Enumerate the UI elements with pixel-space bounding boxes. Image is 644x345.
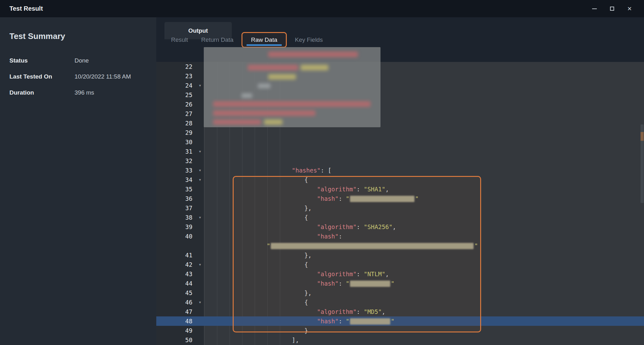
code-line[interactable] (204, 137, 644, 147)
editor-gutter: 222324▾25262728293031▾3233▾34▾35363738▾3… (156, 62, 204, 345)
line-number: 38 (185, 213, 192, 222)
gutter-row: 50 (156, 335, 204, 345)
code-line[interactable]: { (204, 213, 644, 222)
fold-arrow-icon[interactable]: ▾ (199, 260, 201, 269)
maximize-button[interactable] (606, 3, 618, 14)
field-label: Last Tested On (9, 73, 75, 80)
line-number: 47 (185, 307, 192, 316)
blurred-text (268, 74, 296, 79)
code-token: { (304, 214, 308, 221)
code-line[interactable] (204, 156, 644, 166)
code-line[interactable] (204, 147, 644, 156)
field-value: 396 ms (75, 89, 94, 96)
code-line[interactable]: }, (204, 288, 644, 298)
code-line[interactable]: ], (204, 335, 644, 345)
code-line[interactable] (204, 128, 644, 137)
fold-arrow-icon[interactable]: ▾ (199, 298, 201, 307)
code-line[interactable]: "hash": "" (204, 279, 644, 288)
active-tab-underline (247, 44, 281, 46)
gutter-row: 30 (156, 137, 204, 147)
line-number: 24 (185, 81, 192, 90)
gutter-row: 46▾ (156, 298, 204, 307)
code-line[interactable]: "hash": "" (204, 316, 644, 326)
code-token: "algorithm" (317, 271, 357, 277)
code-token: "algorithm" (317, 186, 357, 193)
gutter-row: 40 (156, 232, 204, 241)
code-token: : (339, 280, 346, 287)
close-icon: ✕ (627, 5, 632, 12)
code-token: "SHA1" (364, 186, 386, 193)
close-button[interactable]: ✕ (623, 3, 636, 14)
window-title: Test Result (9, 5, 43, 12)
code-line[interactable]: { (204, 260, 644, 269)
field-value: 10/20/2022 11:58 AM (75, 73, 131, 80)
gutter-row: 41 (156, 250, 204, 260)
line-number: 25 (185, 90, 192, 100)
subtab-raw-data[interactable]: Raw Data (242, 32, 286, 48)
test-summary-panel: Test Summary StatusDoneLast Tested On10/… (0, 17, 156, 345)
code-token: , (385, 271, 389, 277)
code-token: : (339, 233, 342, 240)
gutter-row: 44 (156, 279, 204, 288)
fold-arrow-icon[interactable]: ▾ (199, 213, 201, 222)
test-result-window: Test Result ✕ Test Summary StatusDoneLas… (0, 0, 644, 345)
code-token: "NTLM" (364, 271, 386, 277)
gutter-row: 49 (156, 326, 204, 335)
code-token: : (357, 186, 364, 193)
redacted-hash (350, 281, 390, 287)
code-line[interactable]: { (204, 298, 644, 307)
blurred-text (242, 93, 252, 98)
summary-field-row: StatusDone (9, 52, 153, 68)
code-token: "algorithm" (317, 308, 357, 315)
line-number: 34 (185, 175, 192, 184)
code-line[interactable]: { (204, 175, 644, 184)
summary-title: Test Summary (9, 31, 65, 41)
field-value: Done (75, 57, 89, 64)
code-line[interactable]: }, (204, 250, 644, 260)
scrollbar[interactable] (640, 124, 644, 345)
code-line[interactable]: "algorithm": "MD5", (204, 307, 644, 316)
code-line[interactable]: }, (204, 203, 644, 213)
subtab-bar: ResultReturn DataRaw DataKey Fields (164, 30, 329, 49)
line-number: 41 (185, 250, 192, 260)
code-token: "SHA256" (364, 223, 393, 230)
subtab-key-fields[interactable]: Key Fields (288, 36, 330, 43)
fold-arrow-icon[interactable]: ▾ (199, 147, 201, 156)
code-token: "hash" (317, 195, 339, 202)
line-number: 45 (185, 288, 192, 298)
field-label: Status (9, 57, 75, 64)
code-line[interactable]: "" (204, 241, 644, 250)
gutter-row: 42▾ (156, 260, 204, 269)
blurred-text (213, 110, 315, 116)
code-token: { (304, 176, 308, 183)
summary-field-row: Last Tested On10/20/2022 11:58 AM (9, 68, 153, 85)
minimize-icon (592, 8, 597, 9)
subtab-result[interactable]: Result (164, 36, 195, 43)
code-token: { (304, 299, 308, 306)
subtab-label: Raw Data (251, 36, 277, 43)
blurred-text (258, 84, 270, 88)
minimize-button[interactable] (588, 3, 601, 14)
code-line[interactable]: "hashes": [ (204, 166, 644, 175)
line-number: 35 (185, 184, 192, 194)
scrollbar-annotation-mark (641, 132, 644, 141)
code-token: " (415, 195, 419, 202)
code-line[interactable]: "hash": (204, 232, 644, 241)
code-line[interactable]: } (204, 326, 644, 335)
line-number: 44 (185, 279, 192, 288)
code-line[interactable]: "algorithm": "SHA256", (204, 222, 644, 232)
fold-arrow-icon[interactable]: ▾ (199, 166, 201, 175)
code-token: , (385, 186, 389, 193)
code-line[interactable]: "algorithm": "SHA1", (204, 184, 644, 194)
code-line[interactable]: "algorithm": "NTLM", (204, 269, 644, 279)
subtab-return-data[interactable]: Return Data (195, 36, 240, 43)
gutter-row: 36 (156, 194, 204, 203)
gutter-row: 45 (156, 288, 204, 298)
gutter-row: 48 (156, 316, 204, 326)
line-number: 31 (185, 147, 192, 156)
fold-arrow-icon[interactable]: ▾ (199, 175, 201, 184)
code-line[interactable]: "hash": "" (204, 194, 644, 203)
fold-arrow-icon[interactable]: ▾ (199, 81, 201, 90)
code-token: : (339, 195, 346, 202)
blurred-text (301, 65, 328, 70)
